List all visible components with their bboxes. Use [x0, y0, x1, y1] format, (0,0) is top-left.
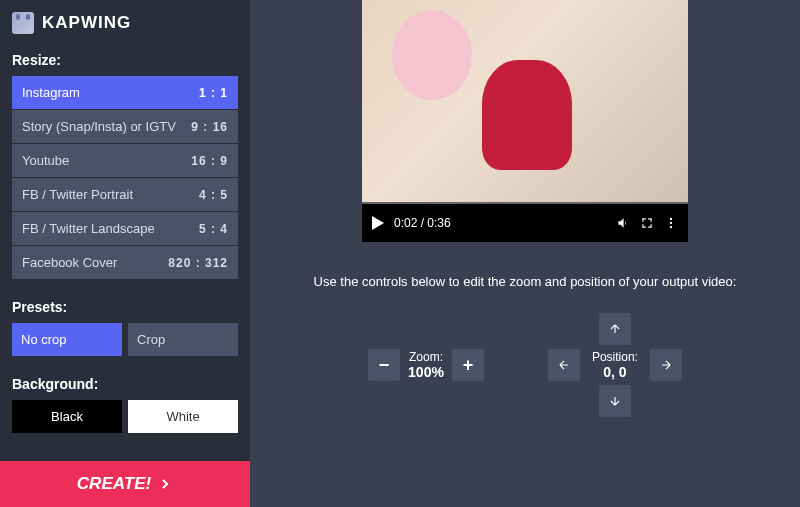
chevron-right-icon [157, 476, 173, 492]
sidebar: KAPWING Resize: Instagram 1 : 1 Story (S… [0, 0, 250, 507]
resize-item-fb-landscape[interactable]: FB / Twitter Landscape 5 : 4 [12, 212, 238, 245]
create-button[interactable]: CREATE! [0, 461, 250, 507]
position-group: Position: 0, 0 [548, 313, 682, 417]
resize-item-instagram[interactable]: Instagram 1 : 1 [12, 76, 238, 109]
svg-point-2 [670, 226, 672, 228]
preset-nocrop-button[interactable]: No crop [12, 323, 122, 356]
resize-list: Instagram 1 : 1 Story (Snap/Insta) or IG… [12, 76, 238, 279]
volume-icon[interactable] [616, 216, 630, 230]
video-player[interactable]: 0:02 / 0:36 [362, 0, 688, 242]
help-text: Use the controls below to edit the zoom … [314, 274, 737, 289]
background-black-button[interactable]: Black [12, 400, 122, 433]
zoom-in-button[interactable]: + [452, 349, 484, 381]
zoom-group: − Zoom: 100% + [368, 349, 484, 381]
resize-label: Resize: [12, 52, 238, 68]
position-label: Position: [592, 350, 638, 364]
resize-item-story[interactable]: Story (Snap/Insta) or IGTV 9 : 16 [12, 110, 238, 143]
background-white-button[interactable]: White [128, 400, 238, 433]
video-controls: 0:02 / 0:36 [362, 204, 688, 242]
create-button-label: CREATE! [77, 474, 151, 494]
brand: KAPWING [12, 12, 238, 34]
presets-row: No crop Crop [12, 323, 238, 356]
play-icon[interactable] [372, 216, 384, 230]
zoom-label: Zoom: [408, 350, 444, 364]
position-down-button[interactable] [599, 385, 631, 417]
resize-item-label: Youtube [22, 153, 69, 168]
preset-crop-button[interactable]: Crop [128, 323, 238, 356]
resize-item-label: FB / Twitter Landscape [22, 221, 155, 236]
resize-item-fb-portrait[interactable]: FB / Twitter Portrait 4 : 5 [12, 178, 238, 211]
resize-item-ratio: 9 : 16 [191, 120, 228, 134]
position-value: 0, 0 [592, 364, 638, 380]
position-display: Position: 0, 0 [584, 350, 646, 380]
zoom-out-button[interactable]: − [368, 349, 400, 381]
fullscreen-icon[interactable] [640, 216, 654, 230]
video-frame [362, 0, 688, 204]
position-up-button[interactable] [599, 313, 631, 345]
brand-name: KAPWING [42, 13, 131, 33]
resize-item-ratio: 820 : 312 [168, 256, 228, 270]
main-area: 0:02 / 0:36 Use the controls below to ed… [250, 0, 800, 507]
brand-logo-icon [12, 12, 34, 34]
resize-item-label: FB / Twitter Portrait [22, 187, 133, 202]
more-icon[interactable] [664, 216, 678, 230]
position-left-button[interactable] [548, 349, 580, 381]
resize-item-youtube[interactable]: Youtube 16 : 9 [12, 144, 238, 177]
resize-item-ratio: 16 : 9 [191, 154, 228, 168]
video-time: 0:02 / 0:36 [394, 216, 451, 230]
resize-item-ratio: 5 : 4 [199, 222, 228, 236]
zoom-value: 100% [408, 364, 444, 380]
background-label: Background: [12, 376, 238, 392]
resize-item-ratio: 4 : 5 [199, 188, 228, 202]
resize-item-ratio: 1 : 1 [199, 86, 228, 100]
background-row: Black White [12, 400, 238, 433]
controls-row: − Zoom: 100% + Position: 0, 0 [368, 313, 682, 417]
resize-item-label: Instagram [22, 85, 80, 100]
resize-item-label: Story (Snap/Insta) or IGTV [22, 119, 176, 134]
position-right-button[interactable] [650, 349, 682, 381]
svg-point-0 [670, 218, 672, 220]
zoom-display: Zoom: 100% [408, 350, 444, 380]
svg-point-1 [670, 222, 672, 224]
resize-item-label: Facebook Cover [22, 255, 117, 270]
presets-label: Presets: [12, 299, 238, 315]
video-progress[interactable] [362, 202, 688, 204]
resize-item-fb-cover[interactable]: Facebook Cover 820 : 312 [12, 246, 238, 279]
